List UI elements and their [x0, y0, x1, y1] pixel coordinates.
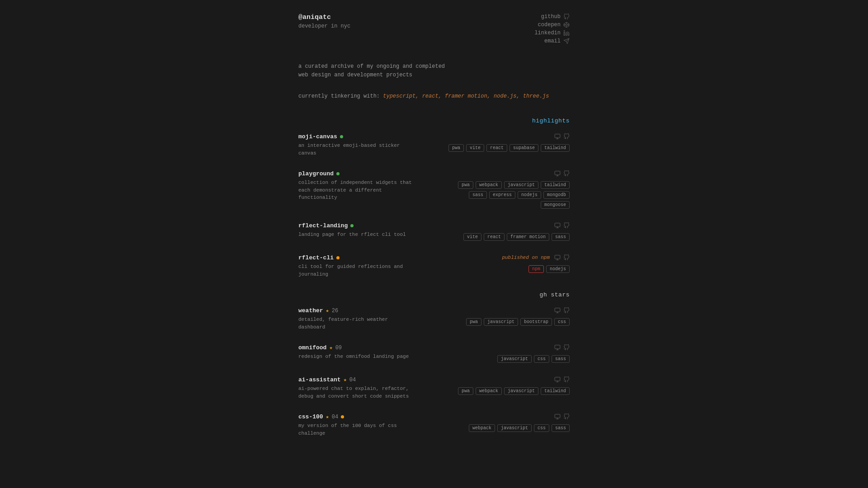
currently-label: currently tinkering with: [298, 93, 383, 99]
status-dot-orange [341, 415, 344, 418]
project-right-css-100: webpack javascript css sass [469, 413, 570, 432]
linkedin-icon [563, 30, 570, 36]
codepen-link[interactable]: codepen [538, 22, 570, 28]
project-right-playground: pwa webpack javascript tailwind sass exp… [443, 170, 570, 209]
project-desc: landing page for the rflect cli tool [298, 231, 416, 239]
project-name: ai-assistant [298, 376, 341, 383]
monitor-icon[interactable] [554, 170, 561, 177]
desc-line2: web design and development projects [298, 71, 570, 80]
project-item-moji-canvas: moji-canvas an interactive emoji-based s… [298, 133, 570, 157]
tag: webpack [469, 424, 495, 432]
project-right-rflect-landing: vite react framer motion sass [463, 222, 570, 241]
project-desc: collection of independent widgets that e… [298, 179, 416, 202]
project-item-rflect-cli: rflect-cli cli tool for guided reflectio… [298, 254, 570, 278]
project-name: playground [298, 170, 334, 177]
tag: javascript [497, 355, 532, 363]
github-repo-icon[interactable] [563, 413, 570, 420]
svg-rect-16 [555, 255, 560, 259]
tag: javascript [497, 424, 532, 432]
tag: sass [469, 191, 487, 199]
project-name: rflect-landing [298, 222, 348, 229]
project-left-css-100: css-100 ★ 04 my version of the 100 days … [298, 413, 460, 437]
project-icons [554, 222, 570, 229]
username: @aniqatc [298, 14, 350, 21]
star-icon: ★ [329, 344, 332, 351]
email-link[interactable]: email [544, 38, 570, 44]
project-name-row: omnifood ★ 09 [298, 344, 488, 351]
project-desc: redesign of the omnifood landing page [298, 353, 416, 361]
project-item-css-100: css-100 ★ 04 my version of the 100 days … [298, 413, 570, 437]
gh-stars-header: gh stars [298, 291, 570, 298]
github-repo-icon[interactable] [563, 307, 570, 314]
github-repo-icon[interactable] [563, 133, 570, 140]
github-repo-icon[interactable] [563, 376, 570, 383]
tags-rflect-cli: npm nodejs [528, 265, 570, 273]
monitor-icon[interactable] [554, 376, 561, 383]
tag: javascript [504, 181, 538, 189]
tag: sass [552, 233, 570, 241]
project-icons [554, 376, 570, 383]
currently-section: currently tinkering with: typescript, re… [298, 93, 570, 99]
tag: nodejs [518, 191, 541, 199]
monitor-icon[interactable] [554, 222, 561, 229]
monitor-icon[interactable] [554, 133, 561, 140]
tag: pwa [458, 387, 473, 395]
project-name: css-100 [298, 413, 323, 420]
project-left-rflect-cli: rflect-cli cli tool for guided reflectio… [298, 254, 493, 278]
project-name-row: rflect-landing [298, 222, 454, 229]
tags-omnifood: javascript css sass [497, 355, 570, 363]
highlights-header: highlights [298, 117, 570, 124]
tag: express [489, 191, 515, 199]
project-desc: ai-powered chat to explain, refactor, de… [298, 385, 416, 400]
tag: nodejs [546, 265, 570, 273]
monitor-icon[interactable] [554, 254, 561, 261]
project-name-row: playground [298, 170, 434, 177]
star-count: 09 [335, 345, 342, 351]
status-dot-green [350, 224, 354, 227]
tag: framer motion [507, 233, 549, 241]
project-left-ai-assistant: ai-assistant ★ 04 ai-powered chat to exp… [298, 376, 449, 400]
project-name: omnifood [298, 344, 326, 351]
tag: react [484, 233, 505, 241]
tags-rflect-landing: vite react framer motion sass [463, 233, 570, 241]
tags-css-100: webpack javascript css sass [469, 424, 570, 432]
status-dot-green [340, 135, 343, 138]
github-repo-icon[interactable] [563, 344, 570, 351]
project-left-omnifood: omnifood ★ 09 redesign of the omnifood l… [298, 344, 488, 361]
tag: mongoose [541, 201, 570, 209]
tag: supabase [509, 144, 538, 152]
svg-rect-28 [555, 414, 560, 418]
highlights-title: highlights [532, 117, 570, 124]
tags-moji-canvas: pwa vite react supabase tailwind [448, 144, 570, 152]
published-npm-label: published on npm [502, 255, 550, 260]
svg-rect-25 [555, 377, 560, 381]
github-repo-icon[interactable] [563, 170, 570, 177]
tag: sass [552, 355, 570, 363]
desc-line1: a curated archive of my ongoing and comp… [298, 62, 570, 71]
linkedin-link[interactable]: linkedin [534, 30, 570, 36]
tag: webpack [476, 387, 502, 395]
github-link[interactable]: github [541, 14, 570, 20]
project-right-moji-canvas: pwa vite react supabase tailwind [448, 133, 570, 152]
svg-point-4 [564, 30, 565, 31]
monitor-icon[interactable] [554, 344, 561, 351]
monitor-icon[interactable] [554, 413, 561, 420]
github-link-label: github [541, 14, 561, 20]
project-name: weather [298, 307, 323, 314]
monitor-icon[interactable] [554, 307, 561, 314]
tag: tailwind [541, 144, 570, 152]
star-icon: ★ [326, 307, 329, 314]
project-icons [554, 254, 570, 261]
tag: sass [552, 424, 570, 432]
status-dot-orange [336, 256, 340, 259]
tag: tailwind [541, 387, 570, 395]
github-repo-icon[interactable] [563, 254, 570, 261]
project-item-weather: weather ★ 26 detailed, feature-rich weat… [298, 307, 570, 331]
tag: css [534, 424, 549, 432]
project-name-row: css-100 ★ 04 [298, 413, 460, 420]
github-repo-icon[interactable] [563, 222, 570, 229]
project-name-row: moji-canvas [298, 133, 439, 140]
project-icons [554, 133, 570, 140]
svg-rect-22 [555, 345, 560, 349]
tag: bootstrap [520, 318, 552, 326]
